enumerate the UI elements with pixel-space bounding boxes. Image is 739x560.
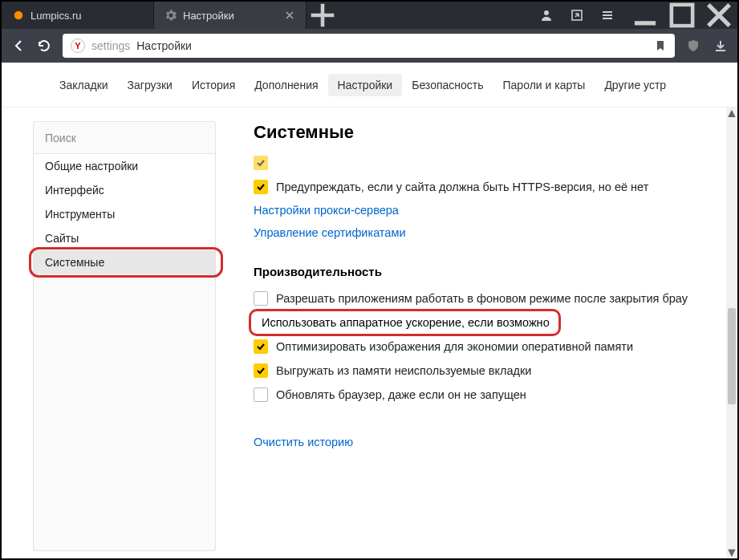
settings-body: Общие настройки Интерфейс Инструменты Са… — [2, 108, 737, 558]
setting-https-warn: Предупреждать, если у сайта должна быть … — [254, 175, 731, 199]
sidebar-search-input[interactable] — [34, 122, 215, 154]
tab-lumpics[interactable]: Lumpics.ru — [2, 2, 154, 29]
sidebar-item-general[interactable]: Общие настройки — [34, 154, 215, 178]
setting-update-background: Обновлять браузер, даже если он не запущ… — [254, 383, 731, 407]
browser-toolbar: Y settings Настройки — [2, 29, 737, 63]
sidebar-item-system[interactable]: Системные — [34, 250, 215, 274]
clear-history-link-row: Очистить историю — [254, 431, 731, 453]
yandex-icon: Y — [71, 39, 85, 53]
settings-main-panel: Системные Предупреждать, если у сайта до… — [221, 108, 737, 558]
setting-hardware-accel-highlight: Использовать аппаратное ускорение, если … — [254, 310, 556, 335]
svg-point-1 — [544, 10, 549, 15]
close-icon[interactable] — [285, 10, 294, 20]
checkbox-checked[interactable] — [254, 156, 268, 170]
sidebar-item-system-highlight: Системные — [34, 250, 215, 274]
clear-history-link[interactable]: Очистить историю — [254, 436, 353, 448]
settings-sidebar: Общие настройки Интерфейс Инструменты Са… — [34, 122, 215, 550]
svg-point-0 — [14, 11, 23, 20]
tab-title: Lumpics.ru — [30, 10, 142, 22]
tab-other-devices[interactable]: Другие устр — [595, 74, 676, 96]
launch-icon[interactable] — [570, 9, 583, 22]
scrollbar[interactable]: ▲ ▼ — [726, 108, 737, 558]
proxy-settings-link[interactable]: Настройки прокси-сервера — [254, 204, 399, 217]
checkbox-unchecked[interactable] — [254, 388, 268, 402]
tab-settings[interactable]: Настройки — [154, 2, 307, 29]
setting-label: Обновлять браузер, даже если он не запущ… — [276, 388, 526, 401]
tab-downloads[interactable]: Загрузки — [118, 74, 182, 96]
setting-label: Разрешать приложениям работать в фоновом… — [276, 292, 688, 305]
window-titlebar: Lumpics.ru Настройки — [2, 2, 737, 29]
shield-icon[interactable] — [686, 39, 700, 53]
checkbox-checked[interactable] — [254, 180, 268, 194]
scroll-thumb[interactable] — [728, 308, 736, 404]
scroll-up-icon[interactable]: ▲ — [726, 108, 737, 119]
setting-background-apps: Разрешать приложениям работать в фоновом… — [254, 286, 731, 310]
setting-row-truncated — [254, 151, 731, 175]
checkbox-unchecked[interactable] — [254, 291, 268, 306]
scroll-down-icon[interactable]: ▼ — [726, 547, 737, 558]
orange-circle-icon — [13, 10, 24, 21]
sidebar-item-sites[interactable]: Сайты — [34, 226, 215, 250]
url-protocol: settings — [91, 39, 130, 52]
setting-label: Выгружать из памяти неиспользуемые вклад… — [276, 364, 531, 377]
checkbox-checked[interactable] — [254, 339, 268, 354]
tab-settings-main[interactable]: Настройки — [328, 74, 403, 96]
tab-title: Настройки — [183, 10, 270, 22]
checkbox-checked[interactable] — [254, 363, 268, 378]
setting-unload-tabs: Выгружать из памяти неиспользуемые вклад… — [254, 359, 731, 383]
window-maximize-button[interactable] — [664, 2, 700, 29]
tab-extensions[interactable]: Дополнения — [245, 74, 327, 96]
window-close-button[interactable] — [700, 2, 737, 29]
settings-section-tabs: Закладки Загрузки История Дополнения Нас… — [2, 63, 737, 108]
profile-icon[interactable] — [540, 9, 553, 22]
certificates-link[interactable]: Управление сертификатами — [254, 226, 405, 239]
sidebar-item-interface[interactable]: Интерфейс — [34, 178, 215, 202]
setting-label: Использовать аппаратное ускорение, если … — [262, 316, 550, 329]
menu-icon[interactable] — [601, 9, 614, 22]
gear-icon — [165, 10, 177, 21]
bookmark-icon[interactable] — [654, 39, 667, 52]
setting-label: Оптимизировать изображения для экономии … — [276, 340, 633, 353]
tab-history[interactable]: История — [182, 74, 245, 96]
performance-heading: Производительность — [254, 265, 731, 278]
setting-optimize-images: Оптимизировать изображения для экономии … — [254, 335, 731, 359]
download-icon[interactable] — [713, 39, 728, 53]
tab-bookmarks[interactable]: Закладки — [50, 74, 118, 96]
address-bar[interactable]: Y settings Настройки — [63, 34, 675, 58]
titlebar-actions — [527, 2, 627, 29]
svg-rect-3 — [672, 5, 692, 26]
tab-passwords[interactable]: Пароли и карты — [493, 74, 595, 96]
sidebar-item-tools[interactable]: Инструменты — [34, 202, 215, 226]
tab-security[interactable]: Безопасность — [402, 74, 493, 96]
reload-button[interactable] — [37, 39, 51, 53]
content-area: Закладки Загрузки История Дополнения Нас… — [2, 63, 737, 558]
back-button[interactable] — [11, 39, 26, 53]
url-path: Настройки — [136, 39, 192, 52]
network-rows-truncated — [254, 151, 731, 175]
titlebar-spacer — [339, 2, 527, 29]
proxy-settings-link-row: Настройки прокси-сервера — [254, 199, 731, 221]
new-tab-button[interactable] — [307, 2, 339, 29]
window-minimize-button[interactable] — [627, 2, 664, 29]
setting-label: Предупреждать, если у сайта должна быть … — [276, 181, 648, 193]
toolbar-extensions — [686, 39, 728, 53]
certificates-link-row: Управление сертификатами — [254, 221, 731, 244]
section-title: Системные — [254, 122, 731, 143]
